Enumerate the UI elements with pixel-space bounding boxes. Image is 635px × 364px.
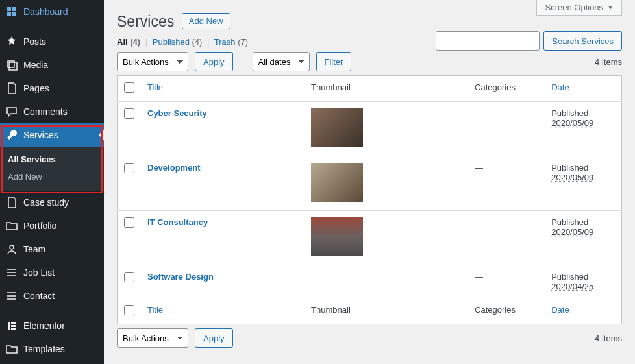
filter-trash[interactable]: Trash (7) [214,37,248,47]
tablenav-bottom: Bulk Actions Apply 4 items [117,328,622,348]
row-checkbox[interactable] [124,163,134,173]
sidebar-item-templates[interactable]: Templates [0,337,104,361]
folder-icon [5,219,18,232]
pages-icon [5,196,18,209]
bulk-apply-button[interactable]: Apply [195,52,233,71]
column-categories: Categories [468,298,545,324]
sidebar-item-label: Services [23,130,58,140]
sidebar-item-elementor[interactable]: Elementor [0,314,104,337]
sidebar-item-media[interactable]: Media [0,53,104,77]
select-all-checkbox[interactable] [124,82,134,93]
row-status: Published [551,272,588,282]
elementor-icon [5,319,18,332]
sidebar-item-label: Posts [23,36,46,47]
search-box: Search Services [436,31,622,51]
svg-point-0 [10,245,14,249]
sidebar-item-label: Team [23,244,45,254]
sidebar-item-label: Portfolio [23,221,56,231]
row-date: 2020/05/09 [551,227,593,237]
row-title-link[interactable]: Development [147,163,201,173]
row-status: Published [551,163,588,173]
column-date[interactable]: Date [545,298,621,324]
date-filter-select[interactable]: All dates [253,52,310,71]
sidebar-item-label: Elementor [23,321,65,331]
pin-icon [5,35,18,48]
comments-icon [5,105,18,118]
thumbnail-image [311,217,363,256]
bulk-apply-button-bottom[interactable]: Apply [195,328,233,348]
search-input[interactable] [436,31,540,51]
sidebar-item-portfolio[interactable]: Portfolio [0,214,104,237]
sidebar-item-label: Media [23,60,48,70]
svg-rect-4 [11,328,16,330]
sidebar-item-comments[interactable]: Comments [0,100,104,123]
pages-icon [5,82,18,95]
thumbnail-image [311,163,363,202]
row-title-link[interactable]: Software Design [147,272,214,282]
items-count-bottom: 4 items [595,334,622,343]
sidebar-item-case-study[interactable]: Case study [0,191,104,214]
sidebar-item-job-list[interactable]: Job List [0,261,104,284]
column-categories: Categories [468,76,545,102]
column-date[interactable]: Date [545,76,621,102]
list-icon [5,289,18,302]
row-status: Published [551,108,588,118]
row-date: 2020/05/09 [551,118,593,128]
sidebar-item-label: Comments [23,106,68,117]
screen-options-toggle[interactable]: Screen Options ▼ [536,0,622,16]
sidebar-item-label: Pages [23,83,49,93]
column-thumbnail: Thumbnail [305,298,468,324]
row-checkbox[interactable] [124,272,134,282]
sidebar-item-pages[interactable]: Pages [0,77,104,100]
table-row: Software Design—Published2020/04/25 [118,265,622,298]
row-categories: — [475,272,483,282]
tablenav-top: Bulk Actions Apply All dates Filter 4 it… [117,52,622,71]
select-all-checkbox-bottom[interactable] [124,305,134,315]
media-icon [5,58,18,71]
user-icon [5,243,18,256]
sidebar-item-contact[interactable]: Contact [0,284,104,308]
table-row: Development—Published2020/05/09 [118,156,622,211]
column-title[interactable]: Title [141,76,305,102]
dashboard-icon [5,5,18,18]
bulk-actions-select-bottom[interactable]: Bulk Actions [117,328,188,348]
sidebar-item-label: Job List [23,267,55,278]
sidebar-submenu: All Services Add New [0,147,104,191]
sidebar-item-label: Contact [23,291,55,301]
posts-table: Title Thumbnail Categories Date Cyber Se… [117,75,622,324]
table-row: IT Consultancy—Published2020/05/09 [118,211,622,265]
row-date: 2020/05/09 [551,173,593,182]
sidebar-item-label: Templates [23,344,65,354]
svg-rect-2 [11,322,16,324]
main-content: Screen Options ▼ Services Add New All (4… [104,0,635,364]
sidebar-item-dashboard[interactable]: Dashboard [0,0,104,23]
filter-button[interactable]: Filter [316,52,352,71]
row-categories: — [475,163,483,173]
admin-sidebar: Dashboard Posts Media Pages Comments Ser… [0,0,104,364]
row-title-link[interactable]: IT Consultancy [147,217,208,227]
sidebar-item-team[interactable]: Team [0,237,104,261]
bulk-actions-select[interactable]: Bulk Actions [117,52,188,71]
sidebar-item-label: Case study [23,197,69,208]
list-icon [5,266,18,279]
submenu-all-services[interactable]: All Services [0,151,104,168]
folder-icon [5,343,18,356]
chevron-down-icon: ▼ [607,4,614,11]
row-categories: — [475,217,483,227]
thumbnail-image [311,108,363,147]
filter-published[interactable]: Published (4) [153,37,203,47]
column-title[interactable]: Title [141,298,305,324]
row-title-link[interactable]: Cyber Security [147,108,207,118]
submenu-add-new[interactable]: Add New [0,168,104,186]
row-date: 2020/04/25 [551,282,593,291]
row-status: Published [551,217,588,227]
add-new-button[interactable]: Add New [182,13,230,29]
column-thumbnail: Thumbnail [305,76,468,102]
screen-options-label: Screen Options [545,3,603,12]
sidebar-item-posts[interactable]: Posts [0,30,104,53]
row-checkbox[interactable] [124,108,134,119]
search-button[interactable]: Search Services [543,31,622,51]
row-checkbox[interactable] [124,217,134,228]
sidebar-item-services[interactable]: Services [0,123,104,147]
filter-all[interactable]: All (4) [117,37,140,47]
